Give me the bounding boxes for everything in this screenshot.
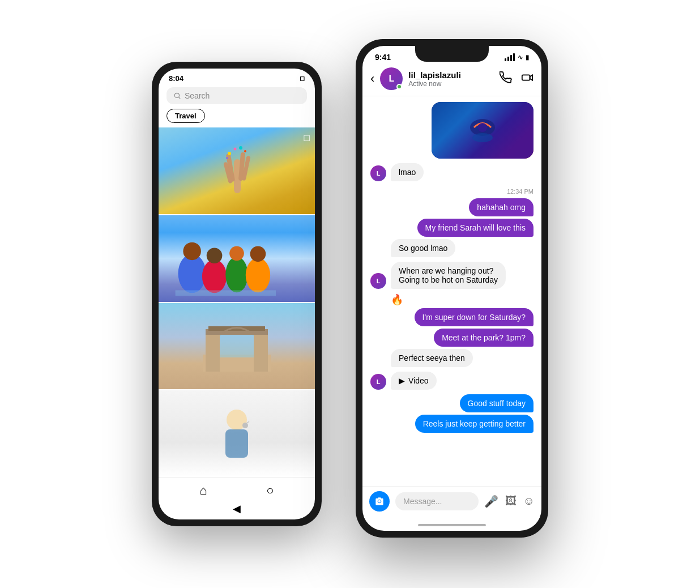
time-label-1234: 12:34 PM	[507, 188, 533, 195]
signal-icon	[505, 53, 515, 61]
contact-name: lil_lapislazuli	[408, 70, 494, 80]
image-preview	[466, 116, 500, 144]
phone-icon	[500, 71, 512, 84]
home-icon[interactable]: ⌂	[199, 483, 207, 498]
bubble-superdown: I'm super down for Saturday?	[415, 308, 533, 326]
svg-point-10	[244, 150, 246, 152]
svg-point-17	[229, 246, 244, 261]
msg-hangout: L When are we hanging out? Going to be h…	[370, 262, 533, 289]
bubble-goodstuff: Good stuff today	[460, 394, 533, 412]
search-icon	[173, 92, 181, 100]
bubble-meetpark: Meet at the park? 1pm?	[434, 329, 533, 347]
svg-rect-26	[220, 335, 254, 357]
svg-point-11	[226, 157, 228, 159]
header-actions	[500, 71, 533, 87]
instagram-time: 8:04	[169, 74, 183, 83]
bubble-sogood: So good lmao	[391, 239, 455, 257]
bubble-sarah: My friend Sarah will love this	[417, 219, 533, 237]
msg-perfect: Perfect seeya then	[370, 349, 533, 367]
contact-status: Active now	[408, 80, 494, 88]
arch-illustration	[203, 321, 271, 372]
user-avatar[interactable]: L	[380, 67, 403, 90]
messenger-phone: 9:41 ∿ ▮ ‹ L	[356, 39, 548, 538]
travel-tab[interactable]: Travel	[167, 109, 205, 123]
instagram-tabs: Travel	[159, 109, 315, 127]
reel-item-1[interactable]: ◻	[159, 127, 315, 214]
svg-line-1	[179, 97, 181, 99]
instagram-bottom-nav: ⌂ ○	[159, 477, 315, 502]
phones-container: 8:04 ◻ Search Travel	[152, 39, 548, 549]
bubble-video[interactable]: ▶ Video	[391, 372, 437, 390]
msg-sogood: So good lmao	[370, 239, 533, 257]
camera-icon	[375, 497, 384, 506]
reel-item-3[interactable]	[159, 303, 315, 390]
instagram-search-bar[interactable]: Search	[167, 87, 307, 104]
status-icons: ∿ ▮	[505, 53, 529, 61]
svg-rect-24	[206, 335, 220, 372]
messenger-input-bar: Message... 🎤 🖼 ☺	[362, 486, 541, 519]
svg-point-15	[207, 248, 223, 263]
mic-icon[interactable]: 🎤	[484, 495, 498, 508]
hand-illustration	[223, 142, 251, 199]
reel-item-4[interactable]	[159, 390, 315, 477]
reel-corner-icon-1: ◻	[303, 132, 310, 143]
sent-image	[432, 102, 533, 159]
instagram-status-icons: ◻	[300, 75, 305, 82]
back-arrow-icon[interactable]: ◀	[233, 502, 241, 515]
camera-button[interactable]	[369, 491, 390, 512]
play-icon: ▶	[399, 376, 405, 385]
instagram-icon: ◻	[300, 75, 305, 82]
svg-point-8	[234, 148, 237, 151]
svg-point-34	[478, 123, 487, 132]
back-button[interactable]: ‹	[370, 71, 374, 86]
people-illustration	[159, 240, 315, 296]
msg-video: L ▶ Video	[370, 372, 533, 390]
sticker-icon[interactable]: ☺	[523, 495, 535, 508]
svg-point-18	[246, 258, 270, 292]
svg-rect-28	[225, 429, 248, 458]
svg-point-16	[225, 257, 247, 292]
bubble-hahahah: hahahah omg	[469, 198, 533, 216]
image-icon[interactable]: 🖼	[505, 495, 517, 508]
svg-point-7	[228, 152, 231, 155]
person-illustration	[214, 406, 259, 462]
bubble-reels: Reels just keep getting better	[415, 415, 533, 433]
svg-point-35	[472, 133, 493, 142]
instagram-phone: 8:04 ◻ Search Travel	[152, 62, 322, 526]
contact-avatar-small-2: L	[370, 273, 386, 289]
svg-point-19	[250, 246, 266, 262]
reel-item-2[interactable]	[159, 215, 315, 302]
search-nav-icon[interactable]: ○	[266, 483, 274, 498]
svg-point-0	[174, 93, 179, 97]
svg-marker-32	[530, 75, 533, 80]
video-call-button[interactable]	[521, 71, 533, 87]
header-name-section: lil_lapislazuli Active now	[408, 70, 494, 88]
bubble-hangout: When are we hanging out? Going to be hot…	[391, 262, 506, 289]
instagram-reels-grid: ◻	[159, 127, 315, 477]
battery-icon: ▮	[526, 54, 529, 61]
video-label: Video	[408, 376, 429, 385]
chat-area: L lmao 12:34 PM hahahah omg My friend Sa…	[362, 96, 541, 486]
wifi-icon: ∿	[518, 54, 523, 61]
search-placeholder: Search	[185, 91, 210, 100]
contact-avatar-small: L	[370, 165, 386, 181]
online-indicator	[396, 84, 402, 90]
fire-emoji: 🔥	[391, 293, 533, 306]
input-action-icons: 🎤 🖼 ☺	[484, 495, 535, 508]
bubble-perfect: Perfect seeya then	[391, 349, 473, 367]
messenger-time: 9:41	[375, 53, 391, 62]
svg-point-36	[378, 500, 381, 503]
svg-rect-25	[254, 335, 268, 372]
call-button[interactable]	[500, 71, 512, 87]
msg-lmao: L lmao	[370, 163, 533, 181]
bubble-lmao: lmao	[391, 163, 424, 181]
svg-point-13	[183, 242, 201, 260]
messenger-header: ‹ L lil_lapislazuli Active now	[362, 64, 541, 96]
home-indicator	[362, 519, 541, 531]
svg-rect-31	[522, 75, 530, 80]
phone-notch	[415, 46, 489, 62]
home-bar	[418, 524, 486, 526]
svg-point-9	[239, 146, 242, 150]
message-input[interactable]: Message...	[395, 492, 479, 510]
svg-rect-20	[176, 290, 276, 296]
